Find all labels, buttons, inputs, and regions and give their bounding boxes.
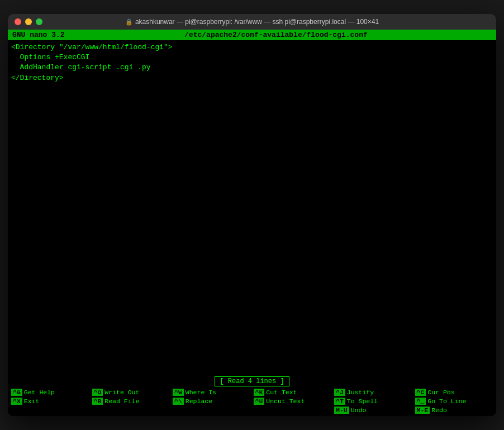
shortcut-label-justify: Justify [347,389,374,396]
shortcut-justify[interactable]: ^J Justify [333,388,413,396]
shortcut-key-T: ^T [334,398,345,405]
shortcut-key-R: ^R [92,398,103,405]
shortcut-label-get-help: Get Help [24,389,55,396]
terminal-window: 🔒 akashkunwar — pi@raspberrypi: /var/www… [8,14,496,416]
shortcut-cut-text[interactable]: ^K Cut Text [253,388,333,396]
shortcut-key-M-U: M-U [334,407,349,414]
shortcut-go-to-line[interactable]: ^_ Go To Line [414,397,495,405]
titlebar: 🔒 akashkunwar — pi@raspberrypi: /var/www… [8,14,496,30]
nano-modified [487,31,492,39]
shortcut-cur-pos[interactable]: ^C Cur Pos [414,388,495,396]
editor-line: AddHandler cgi-script .cgi .py [11,63,493,73]
nano-version: GNU nano 3.2 [12,31,65,39]
shortcut-label-cut-text: Cut Text [266,389,297,396]
shortcut-empty-2 [91,406,172,414]
shortcut-key-G: ^G [11,389,22,396]
shortcut-label-read-file: Read File [104,398,139,405]
editor-line [11,83,493,93]
shortcut-label-replace: Replace [186,398,212,405]
shortcut-undo[interactable]: M-U Undo [333,406,413,414]
shortcut-label-to-spell: To Spell [347,398,378,405]
shortcut-key-underscore: ^_ [415,398,426,405]
editor-line: </Directory> [11,73,493,83]
shortcut-label-where-is: Where Is [186,389,216,396]
status-message: [ Read 4 lines ] [215,376,289,386]
shortcut-key-C: ^C [415,389,426,396]
shortcut-empty-1 [10,406,91,414]
shortcut-empty-4 [253,406,333,414]
shortcut-key-K: ^K [254,389,265,396]
traffic-lights [15,18,42,25]
shortcut-exit[interactable]: ^X Exit [10,397,91,405]
status-bar: [ Read 4 lines ] [8,375,496,388]
shortcut-read-file[interactable]: ^R Read File [91,397,172,405]
shortcut-label-uncut-text: Uncut Text [266,398,305,405]
shortcut-to-spell[interactable]: ^T To Spell [333,397,413,405]
shortcut-label-cur-pos: Cur Pos [427,389,454,396]
nano-header: GNU nano 3.2 /etc/apache2/conf-available… [8,30,496,40]
shortcut-key-M-E: M-E [415,407,430,414]
shortcut-where-is[interactable]: ^W Where Is [172,388,252,396]
shortcut-label-write-out: Write Out [104,389,139,396]
shortcut-replace[interactable]: ^\ Replace [172,397,252,405]
minimize-button[interactable] [25,18,32,25]
maximize-button[interactable] [36,18,42,25]
shortcut-key-U: ^U [254,398,265,405]
editor-area[interactable]: <Directory "/var/www/html/flood-cgi"> Op… [8,40,496,375]
shortcut-label-go-to-line: Go To Line [427,398,466,405]
editor-line: Options +ExecCGI [11,52,493,63]
close-button[interactable] [15,18,21,25]
shortcut-label-redo: Redo [431,407,447,414]
shortcut-empty-3 [172,406,252,414]
shortcut-uncut-text[interactable]: ^U Uncut Text [253,397,333,405]
shortcut-key-J: ^J [334,389,345,396]
shortcut-key-backslash: ^\ [173,398,184,405]
lock-icon: 🔒 [125,18,133,26]
shortcut-bar-row1: ^G Get Help ^O Write Out ^W Where Is ^K … [8,388,496,416]
shortcut-key-O: ^O [92,389,103,396]
window-title: 🔒 akashkunwar — pi@raspberrypi: /var/www… [125,18,379,26]
nano-filename: /etc/apache2/conf-available/flood-cgi.co… [184,31,368,39]
shortcut-redo[interactable]: M-E Redo [414,406,495,414]
editor-line: <Directory "/var/www/html/flood-cgi"> [11,42,493,52]
shortcut-label-undo: Undo [351,407,367,414]
shortcut-get-help[interactable]: ^G Get Help [10,388,91,396]
shortcut-key-X: ^X [11,398,22,405]
shortcut-key-W: ^W [173,389,184,396]
shortcut-write-out[interactable]: ^O Write Out [91,388,172,396]
shortcut-label-exit: Exit [24,398,40,405]
